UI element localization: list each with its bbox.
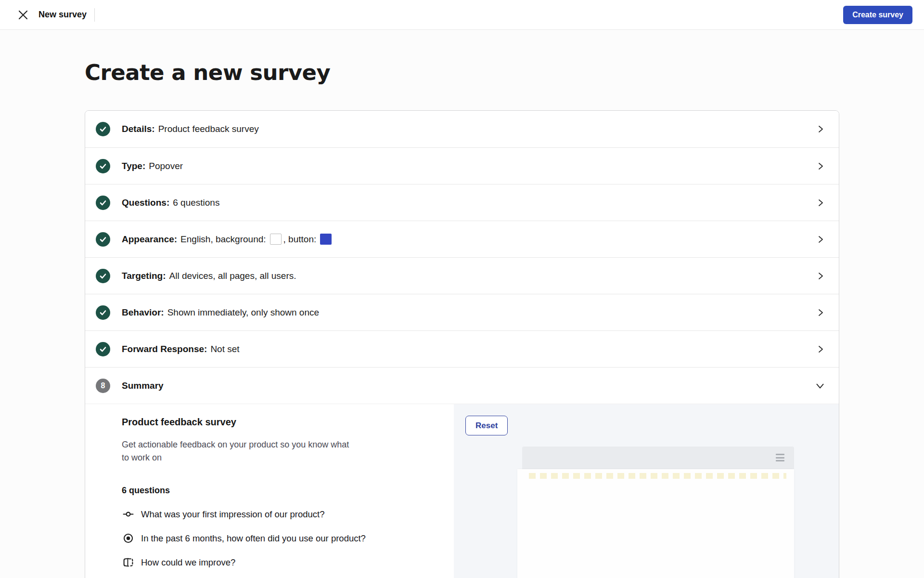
question-text: In the past 6 months, how often did you … [141, 533, 366, 544]
question-list-item: In the past 6 months, how often did you … [122, 532, 435, 544]
section-value: Not set [210, 344, 239, 355]
section-value: All devices, all pages, all users. [169, 271, 296, 281]
button-color-swatch [320, 234, 332, 245]
section-row-details[interactable]: Details: Product feedback survey [85, 111, 839, 147]
summary-expanded-body: Product feedback survey Get actionable f… [85, 404, 839, 578]
chevron-right-icon [816, 308, 825, 317]
step-number-badge: 8 [96, 379, 110, 393]
check-icon [96, 232, 110, 247]
question-text: What was your first impression of our pr… [141, 509, 324, 520]
check-icon [96, 305, 110, 320]
chevron-right-icon [816, 344, 825, 354]
chevron-right-icon [816, 235, 825, 244]
section-label: Type: [122, 161, 145, 171]
question-text: How could we improve? [141, 557, 235, 568]
chevron-right-icon [816, 198, 825, 208]
reset-button[interactable]: Reset [465, 416, 508, 435]
page-title: Create a new survey [85, 60, 839, 85]
title-divider [94, 8, 95, 22]
hamburger-menu-icon [776, 454, 784, 463]
top-bar: New survey Create survey [0, 0, 924, 30]
questions-count-heading: 6 questions [122, 486, 435, 496]
close-icon [17, 9, 29, 21]
section-value: Shown immediately, only shown once [167, 307, 319, 318]
section-row-questions[interactable]: Questions: 6 questions [85, 184, 839, 221]
survey-steps-card: Details: Product feedback survey Type: P… [85, 110, 839, 578]
check-icon [96, 269, 110, 283]
appearance-language-text: English, background: [180, 234, 266, 245]
chevron-down-icon [815, 381, 825, 391]
section-row-behavior[interactable]: Behavior: Shown immediately, only shown … [85, 294, 839, 330]
section-row-targeting[interactable]: Targeting: All devices, all pages, all u… [85, 257, 839, 294]
chevron-right-icon [816, 271, 825, 281]
check-icon [96, 342, 110, 356]
section-row-appearance[interactable]: Appearance: English, background: , butto… [85, 221, 839, 257]
chevron-right-icon [816, 161, 825, 171]
survey-preview-panel: Reset [454, 404, 839, 578]
section-value: 6 questions [173, 197, 219, 208]
summary-survey-description: Get actionable feedback on your product … [122, 438, 353, 464]
open-text-icon [122, 556, 134, 568]
section-row-summary[interactable]: 8 Summary [85, 367, 839, 404]
section-value: Product feedback survey [158, 124, 259, 134]
summary-survey-title: Product feedback survey [122, 417, 435, 428]
section-label: Summary [122, 381, 164, 391]
section-label: Details: [122, 124, 155, 134]
check-icon [96, 159, 110, 173]
section-row-type[interactable]: Type: Popover [85, 147, 839, 184]
check-icon [96, 196, 110, 210]
section-value: Popover [149, 161, 183, 171]
mock-browser-page [517, 469, 794, 578]
section-label: Targeting: [122, 271, 166, 281]
summary-details: Product feedback survey Get actionable f… [85, 404, 454, 578]
single-choice-icon [122, 532, 134, 544]
create-survey-button[interactable]: Create survey [843, 6, 912, 24]
section-label: Appearance: [122, 234, 177, 245]
mock-browser-bar [522, 447, 794, 469]
close-button[interactable] [14, 6, 32, 24]
section-row-forward-response[interactable]: Forward Response: Not set [85, 330, 839, 367]
background-color-swatch [270, 234, 282, 245]
survey-name-title[interactable]: New survey [38, 10, 87, 20]
check-icon [96, 122, 110, 136]
main-content: Create a new survey Details: Product fee… [85, 60, 839, 578]
section-label: Forward Response: [122, 344, 207, 355]
chevron-right-icon [816, 124, 825, 134]
section-label: Questions: [122, 197, 169, 208]
question-list: What was your first impression of our pr… [122, 508, 435, 568]
question-list-item: What was your first impression of our pr… [122, 508, 435, 520]
appearance-button-text: , button: [283, 234, 317, 245]
rating-scale-icon [122, 508, 134, 520]
section-label: Behavior: [122, 307, 164, 318]
question-list-item: How could we improve? [122, 556, 435, 568]
